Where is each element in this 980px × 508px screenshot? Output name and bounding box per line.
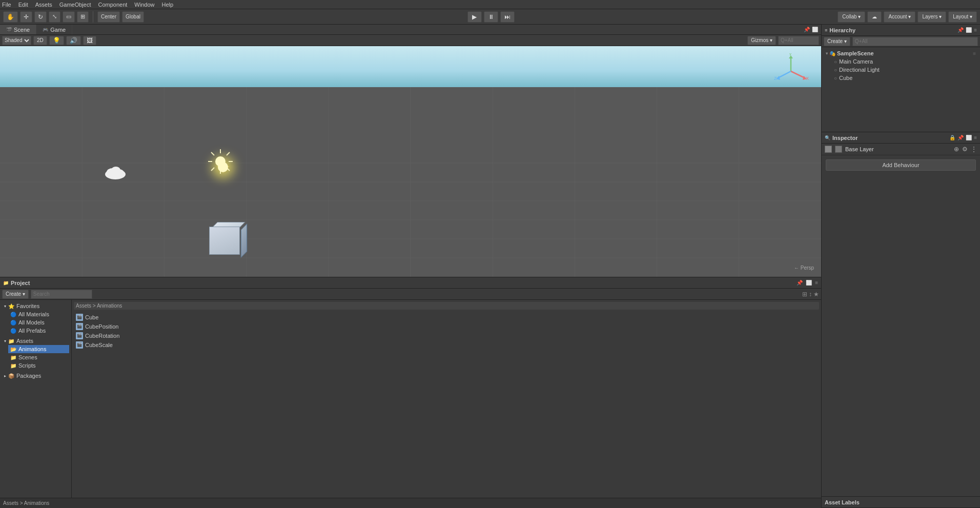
sample-scene-node[interactable]: ▾ 🎭 SampleScene ≡ (824, 49, 978, 57)
audio-toggle[interactable]: 🔊 (66, 36, 81, 45)
inspector-add-icon[interactable]: ⊕ (954, 146, 959, 153)
left-area: 🎬 Scene 🎮 Game 📌 ⬜ Shaded 2D 💡 🔊 🖼 Gizmo… (0, 25, 821, 508)
menu-help[interactable]: Help (161, 2, 173, 8)
menu-assets[interactable]: Assets (35, 2, 52, 8)
cloud-button[interactable]: ☁ (867, 11, 882, 23)
multi-tool-button[interactable]: ⊞ (77, 11, 89, 23)
rect-tool-button[interactable]: ▭ (63, 11, 75, 23)
account-button[interactable]: Account ▾ (884, 11, 915, 23)
animations-folder-item[interactable]: 📂 Animations (8, 345, 69, 353)
cube-3d (205, 220, 251, 261)
inspector-max-icon[interactable]: ⬜ (966, 135, 972, 140)
scene-area-pin[interactable]: 📌 (804, 27, 810, 32)
main-camera-item[interactable]: ○ Main Camera (832, 57, 978, 66)
packages-arrow: ▸ (4, 374, 6, 378)
rotate-tool-button[interactable]: ↻ (34, 11, 47, 23)
pause-button[interactable]: ⏸ (484, 11, 498, 23)
inspector-more-icon[interactable]: ⋮ (971, 146, 977, 153)
project-panel: 📁 Project 📌 ⬜ ≡ Create ▾ ⊞ ↕ ★ (0, 277, 821, 508)
all-materials-item[interactable]: 🔵 All Materials (8, 310, 69, 318)
menu-edit[interactable]: Edit (18, 2, 28, 8)
file-cubeposition[interactable]: 🎬 CubePosition (74, 322, 819, 331)
center-toggle-button[interactable]: Center (97, 11, 120, 23)
play-button[interactable]: ▶ (467, 11, 482, 23)
cube-item[interactable]: ○ Cube (832, 74, 978, 82)
path-label: Assets > Animations (3, 500, 49, 506)
favorites-label: Favorites (16, 303, 39, 309)
project-star-icon[interactable]: ★ (813, 291, 819, 298)
hierarchy-pin-icon[interactable]: 📌 (957, 27, 964, 33)
step-button[interactable]: ⏭ (500, 11, 515, 23)
collab-button[interactable]: Collab ▾ (838, 11, 865, 23)
global-toggle-button[interactable]: Global (122, 11, 144, 23)
project-sort-icon[interactable]: ↕ (809, 291, 812, 298)
project-search[interactable] (31, 290, 92, 299)
game-tab[interactable]: 🎮 Game (36, 25, 72, 34)
scene-extra-icon: ≡ (973, 51, 976, 56)
scene-viewport[interactable]: ✦ (0, 46, 821, 277)
project-max-icon[interactable]: ⬜ (806, 280, 812, 286)
inspector-pin-icon[interactable]: 📌 (957, 135, 964, 140)
add-behaviour-button[interactable]: Add Behaviour (826, 159, 976, 171)
base-layer-row: Base Layer ⊕ ⚙ ⋮ (822, 144, 980, 155)
breadcrumb-assets[interactable]: Assets (76, 303, 91, 309)
inspector-settings-icon[interactable]: ⚙ (962, 146, 968, 153)
animations-folder-label: Animations (18, 346, 46, 352)
assets-group[interactable]: ▾ 📁 Assets (2, 337, 69, 345)
shading-dropdown[interactable]: Shaded (2, 36, 31, 45)
breadcrumb-animations[interactable]: Animations (97, 303, 122, 309)
all-models-icon: 🔵 (10, 320, 16, 326)
file-cuberotation[interactable]: 🎬 CubeRotation (74, 331, 819, 340)
hierarchy-create-button[interactable]: Create ▾ (824, 37, 850, 46)
layout-button[interactable]: Layout ▾ (948, 11, 977, 23)
hand-tool-button[interactable]: ✋ (3, 11, 18, 23)
menu-gameobject[interactable]: GameObject (59, 2, 91, 8)
hierarchy-max-icon[interactable]: ⬜ (966, 27, 972, 33)
menu-window[interactable]: Window (134, 2, 154, 8)
2d-toggle[interactable]: 2D (33, 36, 47, 45)
packages-group[interactable]: ▸ 📦 Packages (2, 372, 69, 380)
menu-component[interactable]: Component (98, 2, 127, 8)
gizmos-button[interactable]: Gizmos ▾ (747, 36, 776, 45)
all-prefabs-item[interactable]: 🔵 All Prefabs (8, 327, 69, 335)
scenes-folder-label: Scenes (18, 354, 37, 360)
directional-light-item[interactable]: ○ Directional Light (832, 66, 978, 74)
inspector-content: Base Layer ⊕ ⚙ ⋮ Add Behaviour Asset Lab… (822, 144, 980, 507)
all-models-label: All Models (18, 319, 45, 326)
gizmo-svg: Y X Z (773, 53, 809, 89)
scripts-folder-item[interactable]: 📁 Scripts (8, 361, 69, 370)
inspector-title: Inspector (832, 135, 858, 141)
move-icon: ✛ (24, 13, 29, 21)
menu-file[interactable]: File (2, 2, 11, 8)
inspector-menu-icon[interactable]: ≡ (974, 135, 977, 140)
move-tool-button[interactable]: ✛ (20, 11, 32, 23)
scene-tab[interactable]: 🎬 Scene (0, 25, 36, 34)
project-create-button[interactable]: Create ▾ (2, 290, 29, 299)
scene-search[interactable] (778, 36, 819, 45)
svg-point-23 (215, 156, 226, 167)
scene-area-max[interactable]: ⬜ (812, 27, 818, 32)
project-icon: 📁 (3, 280, 9, 286)
hierarchy-search[interactable] (852, 37, 978, 46)
all-models-item[interactable]: 🔵 All Models (8, 318, 69, 327)
inspector-lock-icon[interactable]: 🔒 (949, 135, 955, 140)
gizmo-widget[interactable]: Y X Z (773, 53, 809, 89)
layers-label: Layers ▾ (922, 14, 942, 19)
project-tree: ▾ ⭐ Favorites 🔵 All Materials 🔵 All Mode… (0, 300, 72, 498)
play-icon: ▶ (472, 13, 477, 21)
file-cube[interactable]: 🎬 Cube (74, 313, 819, 322)
fx-toggle[interactable]: 🖼 (83, 36, 96, 45)
all-prefabs-icon: 🔵 (10, 328, 16, 334)
layout-label: Layout ▾ (953, 14, 972, 19)
favorites-group[interactable]: ▾ ⭐ Favorites (2, 302, 69, 310)
light-toggle[interactable]: 💡 (49, 36, 64, 45)
scenes-folder-item[interactable]: 📁 Scenes (8, 353, 69, 361)
scale-tool-button[interactable]: ⤡ (49, 11, 60, 23)
file-cubescale[interactable]: 🎬 CubeScale (74, 340, 819, 350)
project-view-icon[interactable]: ⊞ (802, 291, 807, 298)
layers-button[interactable]: Layers ▾ (917, 11, 946, 23)
project-menu-icon[interactable]: ≡ (815, 280, 818, 286)
svg-text:Y: Y (789, 53, 792, 57)
project-pin-icon[interactable]: 📌 (797, 280, 803, 286)
hierarchy-menu-icon[interactable]: ≡ (974, 27, 977, 33)
